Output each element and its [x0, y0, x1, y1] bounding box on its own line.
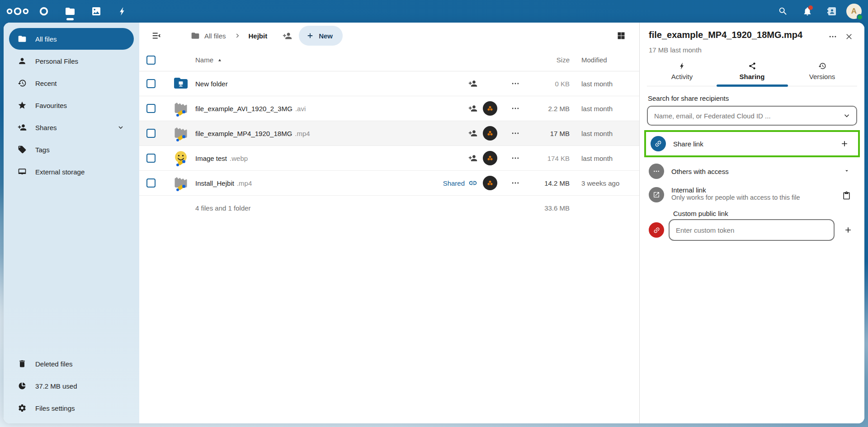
file-basename: New folder [195, 80, 228, 88]
top-bar: A [0, 0, 868, 23]
table-row[interactable]: file_example_AVI_1920_2_3MG.avi 2.2 MB l… [139, 96, 639, 121]
summary-total-size: 33.6 MB [528, 204, 570, 212]
file-name[interactable]: Install_Hejbit.mp4 [195, 179, 418, 187]
sidebar-item-personal-files[interactable]: Personal Files [9, 50, 134, 72]
owner-avatar[interactable] [483, 176, 497, 190]
table-row[interactable]: Install_Hejbit.mp4 Shared 14.2 MB 3 week… [139, 171, 639, 196]
sidebar-item-deleted-files[interactable]: Deleted files [9, 353, 134, 375]
chevron-down-icon[interactable] [116, 124, 126, 131]
share-link-row[interactable]: Share link [644, 130, 860, 157]
others-with-access-row[interactable]: Others with access [647, 160, 857, 183]
search-button[interactable] [773, 1, 793, 21]
row-actions-button[interactable] [503, 178, 528, 188]
app-files-button[interactable] [59, 0, 81, 23]
nextcloud-logo-icon [6, 6, 29, 16]
app-photos-button[interactable] [85, 0, 108, 23]
contacts-icon [826, 6, 837, 17]
person-plus-icon[interactable] [468, 154, 477, 163]
row-checkbox[interactable] [146, 129, 156, 138]
row-actions-button[interactable] [503, 104, 528, 113]
share-badge [176, 135, 185, 141]
plus-icon [844, 225, 853, 235]
tab-activity[interactable]: Activity [647, 58, 717, 86]
row-actions-button[interactable] [503, 129, 528, 138]
sidebar-item-recent[interactable]: Recent [9, 72, 134, 94]
nextcloud-logo[interactable] [6, 0, 29, 23]
share-folder-button[interactable] [277, 26, 297, 46]
person-plus-icon[interactable] [468, 104, 477, 113]
owner-avatar[interactable] [483, 101, 497, 116]
breadcrumb-all-files[interactable]: All files [187, 28, 230, 43]
row-checkbox[interactable] [146, 104, 156, 113]
select-all-checkbox[interactable] [146, 56, 156, 65]
owner-avatar[interactable] [483, 151, 497, 165]
sidebar-item-shares[interactable]: Shares [9, 117, 134, 138]
video-file-icon [173, 174, 189, 192]
file-name[interactable]: New folder [195, 80, 418, 88]
file-name[interactable]: Image test.webp [195, 155, 418, 162]
file-name[interactable]: file_example_AVI_1920_2_3MG.avi [195, 105, 418, 113]
new-button[interactable]: New [299, 26, 343, 46]
panel-more-button[interactable] [825, 30, 841, 43]
details-tabs: Activity Sharing Versions [647, 58, 857, 86]
copy-internal-link-button[interactable] [837, 186, 855, 204]
sidebar-item-label: Files settings [35, 404, 126, 412]
app-activity-button[interactable] [111, 0, 134, 23]
person-plus-icon[interactable] [468, 79, 477, 88]
breadcrumb-root-label: All files [204, 32, 226, 40]
sort-by-name[interactable]: Name [195, 56, 418, 64]
tab-sharing[interactable]: Sharing [717, 58, 787, 86]
ellipsis-icon [828, 32, 837, 41]
table-row[interactable]: file_example_MP4_1920_18MG.mp4 17 MB las… [139, 121, 639, 146]
contacts-button[interactable] [822, 1, 842, 21]
tag-icon [17, 145, 27, 154]
internal-link-row[interactable]: Internal link Only works for people with… [647, 183, 857, 208]
video-file-icon [173, 125, 189, 142]
file-name[interactable]: file_example_MP4_1920_18MG.mp4 [195, 130, 418, 137]
user-avatar[interactable]: A [846, 4, 862, 19]
app-dashboard-button[interactable] [33, 0, 55, 23]
custom-token-input[interactable] [669, 219, 835, 241]
sidebar-item-files-settings[interactable]: Files settings [9, 397, 134, 419]
row-checkbox[interactable] [146, 178, 156, 188]
sidebar-item-favourites[interactable]: Favourites [9, 94, 134, 116]
collapse-sidebar-button[interactable] [146, 26, 166, 46]
sidebar-item-all-files[interactable]: All files [9, 28, 134, 50]
row-actions-button[interactable] [503, 79, 528, 88]
online-status-dot [857, 14, 863, 20]
panel-close-button[interactable] [841, 30, 857, 43]
summary-count: 4 files and 1 folder [195, 204, 251, 212]
owner-avatar[interactable] [483, 126, 497, 141]
row-checkbox[interactable] [146, 79, 156, 88]
sidebar-item-external-storage[interactable]: External storage [9, 161, 134, 183]
tab-label: Activity [671, 73, 693, 80]
sidebar-item-label: Personal Files [35, 57, 126, 65]
row-actions-button[interactable] [503, 154, 528, 163]
breadcrumb-current-folder[interactable]: Hejbit [245, 29, 271, 42]
file-extension: .mp4 [295, 130, 310, 137]
person-icon [17, 56, 27, 66]
sidebar-item-quota[interactable]: 37.2 MB used [9, 375, 134, 397]
video-file-icon [173, 100, 189, 117]
shared-folder-icon [173, 75, 189, 93]
grid-view-toggle[interactable] [611, 26, 631, 46]
share-recipient-input[interactable] [647, 106, 857, 126]
ellipsis-icon [511, 178, 520, 188]
create-share-link-button[interactable] [835, 135, 854, 153]
expand-others-button[interactable] [838, 168, 855, 175]
tab-versions[interactable]: Versions [787, 58, 857, 86]
column-modified-label[interactable]: Modified [570, 56, 636, 64]
sidebar-item-tags[interactable]: Tags [9, 139, 134, 160]
table-row[interactable]: New folder 0 KB last month [139, 71, 639, 96]
person-plus-icon[interactable] [468, 129, 477, 138]
triangle-down-icon [844, 168, 850, 174]
shared-status-link[interactable]: Shared [443, 179, 465, 187]
table-row[interactable]: Image test.webp 174 KB last month [139, 146, 639, 171]
link-icon[interactable] [468, 178, 477, 188]
ellipsis-icon [511, 154, 520, 163]
add-custom-link-button[interactable] [839, 221, 857, 239]
row-checkbox[interactable] [146, 154, 156, 163]
column-size-label[interactable]: Size [528, 56, 570, 64]
notifications-button[interactable] [797, 1, 817, 21]
breadcrumb-current-label: Hejbit [249, 32, 268, 40]
